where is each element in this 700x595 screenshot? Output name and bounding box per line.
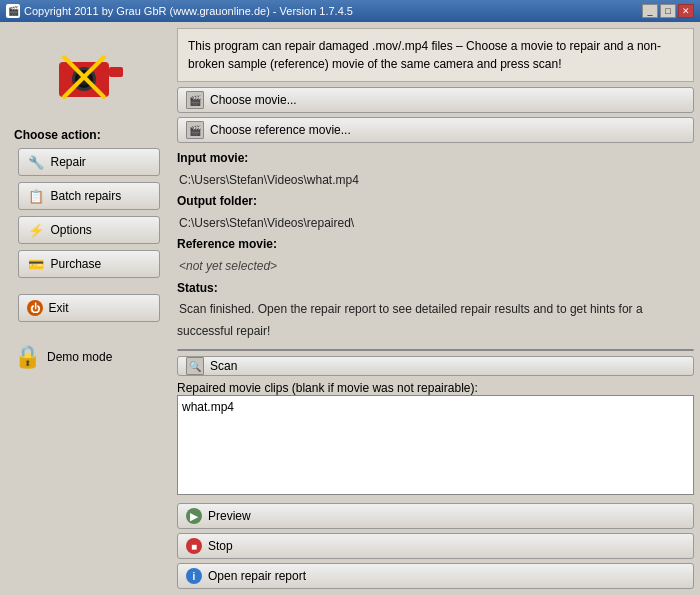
repair-button[interactable]: 🔧 Repair bbox=[18, 148, 160, 176]
status-row: Status: Scan finished. Open the repair r… bbox=[177, 278, 694, 343]
choose-movie-label: Choose movie... bbox=[210, 93, 297, 107]
choose-buttons: 🎬 Choose movie... 🎬 Choose reference mov… bbox=[177, 87, 694, 143]
app-logo bbox=[49, 37, 129, 117]
status-label: Status: bbox=[177, 281, 218, 295]
purchase-label: Purchase bbox=[51, 257, 102, 271]
reference-icon: 🎬 bbox=[186, 121, 204, 139]
bottom-buttons: ▶ Preview ■ Stop i Open repair report bbox=[177, 503, 694, 589]
scan-button[interactable]: 🔍 Scan bbox=[177, 356, 694, 376]
svg-rect-4 bbox=[109, 67, 123, 77]
repaired-section: Repaired movie clips (blank if movie was… bbox=[177, 381, 694, 498]
reference-movie-label: Reference movie: bbox=[177, 237, 277, 251]
left-panel: Choose action: 🔧 Repair 📋 Batch repairs … bbox=[6, 28, 171, 589]
output-folder-label: Output folder: bbox=[177, 194, 257, 208]
batch-label: Batch repairs bbox=[51, 189, 122, 203]
input-movie-label: Input movie: bbox=[177, 151, 248, 165]
right-panel: This program can repair damaged .mov/.mp… bbox=[177, 28, 694, 589]
options-button[interactable]: ⚡ Options bbox=[18, 216, 160, 244]
repair-label: Repair bbox=[51, 155, 86, 169]
stop-label: Stop bbox=[208, 539, 233, 553]
demo-mode: 🔒 Demo mode bbox=[14, 344, 112, 378]
title-bar-controls: _ □ ✕ bbox=[642, 4, 694, 18]
options-label: Options bbox=[51, 223, 92, 237]
repaired-textarea[interactable] bbox=[177, 395, 694, 495]
info-text: This program can repair damaged .mov/.mp… bbox=[188, 39, 661, 71]
reference-movie-row: Reference movie: <not yet selected> bbox=[177, 234, 694, 277]
output-folder-row: Output folder: C:\Users\Stefan\Videos\re… bbox=[177, 191, 694, 234]
input-movie-value: C:\Users\Stefan\Videos\what.mp4 bbox=[179, 173, 359, 187]
play-icon: ▶ bbox=[186, 508, 202, 524]
title-bar-left: 🎬 Copyright 2011 by Grau GbR (www.grauon… bbox=[6, 4, 353, 18]
batch-icon: 📋 bbox=[27, 187, 45, 205]
minimize-button[interactable]: _ bbox=[642, 4, 658, 18]
exit-button[interactable]: ⏻ Exit bbox=[18, 294, 160, 322]
choose-movie-button[interactable]: 🎬 Choose movie... bbox=[177, 87, 694, 113]
progress-bar bbox=[177, 349, 694, 351]
purchase-button[interactable]: 💳 Purchase bbox=[18, 250, 160, 278]
reference-movie-value: <not yet selected> bbox=[179, 259, 277, 273]
repair-icon: 🔧 bbox=[27, 153, 45, 171]
exit-label: Exit bbox=[49, 301, 69, 315]
info-box: This program can repair damaged .mov/.mp… bbox=[177, 28, 694, 82]
scan-label: Scan bbox=[210, 359, 237, 373]
movie-icon: 🎬 bbox=[186, 91, 204, 109]
purchase-icon: 💳 bbox=[27, 255, 45, 273]
batch-repairs-button[interactable]: 📋 Batch repairs bbox=[18, 182, 160, 210]
title-bar-text: Copyright 2011 by Grau GbR (www.grauonli… bbox=[24, 5, 353, 17]
title-bar: 🎬 Copyright 2011 by Grau GbR (www.grauon… bbox=[0, 0, 700, 22]
app-icon: 🎬 bbox=[6, 4, 20, 18]
repaired-label: Repaired movie clips (blank if movie was… bbox=[177, 381, 478, 395]
info-icon: i bbox=[186, 568, 202, 584]
maximize-button[interactable]: □ bbox=[660, 4, 676, 18]
status-value: Scan finished. Open the repair report to… bbox=[177, 302, 643, 338]
close-button[interactable]: ✕ bbox=[678, 4, 694, 18]
choose-reference-button[interactable]: 🎬 Choose reference movie... bbox=[177, 117, 694, 143]
info-section: Input movie: C:\Users\Stefan\Videos\what… bbox=[177, 148, 694, 342]
demo-mode-label: Demo mode bbox=[47, 350, 112, 364]
logo-area bbox=[44, 32, 134, 122]
preview-button[interactable]: ▶ Preview bbox=[177, 503, 694, 529]
scan-icon: 🔍 bbox=[186, 357, 204, 375]
choose-action-label: Choose action: bbox=[14, 128, 101, 142]
input-movie-row: Input movie: C:\Users\Stefan\Videos\what… bbox=[177, 148, 694, 191]
exit-icon: ⏻ bbox=[27, 300, 43, 316]
open-report-label: Open repair report bbox=[208, 569, 306, 583]
lock-icon: 🔒 bbox=[14, 344, 41, 370]
choose-reference-label: Choose reference movie... bbox=[210, 123, 351, 137]
window-body: Choose action: 🔧 Repair 📋 Batch repairs … bbox=[0, 22, 700, 595]
stop-icon: ■ bbox=[186, 538, 202, 554]
stop-button[interactable]: ■ Stop bbox=[177, 533, 694, 559]
open-report-button[interactable]: i Open repair report bbox=[177, 563, 694, 589]
options-icon: ⚡ bbox=[27, 221, 45, 239]
preview-label: Preview bbox=[208, 509, 251, 523]
output-folder-value: C:\Users\Stefan\Videos\repaired\ bbox=[179, 216, 354, 230]
